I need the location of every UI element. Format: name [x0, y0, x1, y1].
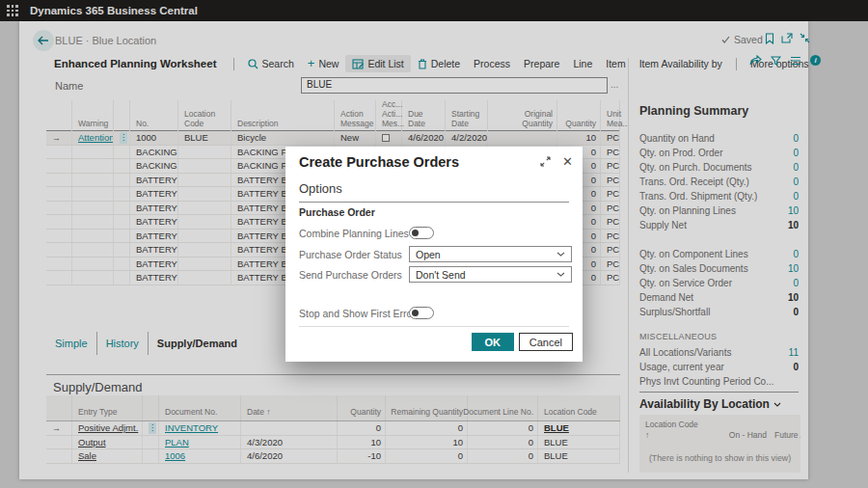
close-icon[interactable]: ✕	[562, 155, 573, 168]
dialog-title: Create Purchase Orders	[299, 154, 459, 170]
combine-planning-lines-toggle[interactable]	[409, 227, 434, 239]
combine-planning-lines-field: Combine Planning Lines	[299, 226, 572, 240]
options-section-heading[interactable]: Options	[299, 181, 569, 203]
ok-button[interactable]: OK	[472, 333, 514, 351]
create-purchase-orders-dialog: Create Purchase Orders ✕ Options Purchas…	[285, 147, 583, 362]
purchase-order-group-label: Purchase Order	[299, 206, 375, 218]
field-label: Send Purchase Orders	[299, 269, 402, 281]
toggle-knob	[412, 230, 419, 236]
toggle-knob	[412, 310, 419, 316]
field-label: Purchase Order Status	[299, 249, 402, 260]
chevron-down-icon	[556, 252, 565, 257]
divider	[299, 326, 569, 327]
resize-dialog-icon[interactable]	[540, 156, 551, 167]
field-label: Stop and Show First Error	[299, 308, 416, 319]
chevron-down-icon	[556, 272, 565, 277]
send-purchase-orders-field: Send Purchase Orders Don't Send	[299, 266, 572, 283]
stop-show-first-error-field: Stop and Show First Error	[299, 306, 572, 320]
select-value: Open	[416, 249, 441, 260]
cancel-button[interactable]: Cancel	[519, 333, 573, 351]
purchase-order-status-field: Purchase Order Status Open	[299, 246, 572, 262]
stop-show-first-error-toggle[interactable]	[409, 307, 434, 319]
field-label: Combine Planning Lines	[299, 228, 409, 239]
purchase-order-status-select[interactable]: Open	[409, 246, 572, 262]
send-purchase-orders-select[interactable]: Don't Send	[409, 266, 572, 283]
select-value: Don't Send	[416, 269, 466, 281]
